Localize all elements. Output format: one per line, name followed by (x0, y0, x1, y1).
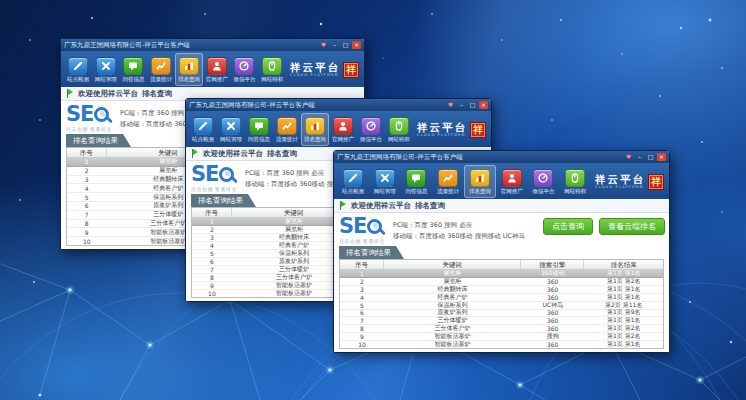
mouse-icon (389, 117, 409, 135)
window-title: 广东九鼎王国网络有限公司-祥云平台客户端 (337, 153, 463, 162)
toolbar-items: 站点检测网站管理问答信息流量统计排名查询官网推广微信平台网站特权 (64, 53, 286, 86)
cell-no: 6 (192, 258, 232, 265)
column-header: 搜索引擎 (521, 260, 585, 269)
cell-no: 7 (67, 211, 107, 218)
skin-icon[interactable]: ♥ (624, 153, 633, 161)
cell-engine: 360移动 (521, 269, 585, 278)
close-button[interactable]: × (657, 153, 666, 161)
maximize-button[interactable]: □ (646, 153, 655, 161)
brand-logo: 祥云平台 CLOUD PLATFORM 祥 (286, 53, 361, 86)
skin-icon[interactable]: ♥ (319, 41, 328, 49)
toolbar-item-rank-query[interactable]: 排名查询 (301, 113, 329, 146)
results-tab[interactable]: 排名查询结果 (66, 134, 131, 147)
column-header: 序号 (340, 260, 384, 269)
cell-no: 7 (340, 317, 384, 324)
cell-no: 8 (192, 274, 232, 281)
cell-rank: 第1页 第1名 (584, 340, 662, 349)
skin-icon[interactable]: ♥ (446, 101, 455, 109)
pencil-icon (343, 169, 363, 187)
cell-no: 3 (192, 234, 232, 241)
query-button[interactable]: 点击查询 (543, 218, 593, 235)
brand-subtitle: CLOUD PLATFORM (595, 185, 645, 189)
toolbar-item-site-check[interactable]: 站点检测 (337, 165, 369, 198)
toolbar-item-site-manage[interactable]: 网站管理 (217, 113, 245, 146)
cell-no: 2 (67, 167, 107, 174)
window-titlebar[interactable]: 广东九鼎王国网络有限公司-祥云平台客户端 ♥ – □ × (61, 39, 364, 51)
magnifier-icon (219, 167, 234, 182)
mouse-icon (565, 169, 585, 187)
toolbar-item-qa-info[interactable]: 问答信息 (401, 165, 433, 198)
pc-engines-line: PC端：百度 360 搜狗 必应 (393, 220, 525, 231)
toolbar-item-label: 官网推广 (206, 76, 228, 83)
line-chart-icon (151, 57, 171, 75)
window-titlebar[interactable]: 广东九鼎王国网络有限公司-祥云平台客户端 ♥ – □ × (334, 151, 669, 163)
cell-no: 8 (340, 325, 384, 332)
toolbar-item-site-check[interactable]: 站点检测 (189, 113, 217, 146)
seo-logo-text: SE (66, 104, 93, 124)
cell-no: 10 (340, 341, 384, 348)
bar-chart-icon (470, 169, 490, 187)
welcome-text: 欢迎使用祥云平台 (351, 201, 411, 211)
minimize-button[interactable]: – (635, 153, 644, 161)
seo-logo-text: SE (191, 164, 218, 184)
toolbar-item-qa-info[interactable]: 问答信息 (245, 113, 273, 146)
cell-engine: 360 (521, 309, 585, 316)
cell-no: 10 (67, 238, 107, 245)
table-row[interactable]: 10智能板活塞炉360第1页 第1名 (340, 341, 663, 348)
cell-no: 6 (340, 309, 384, 316)
toolbar-item-traffic-stats[interactable]: 流量统计 (432, 165, 464, 198)
toolbar-item-label: 流量统计 (150, 76, 172, 83)
toolbar-item-rank-query[interactable]: 排名查询 (464, 165, 496, 198)
seo-tagline: 点击右侧 查看排名 (339, 238, 385, 244)
minimize-button[interactable]: – (330, 41, 339, 49)
cell-engine: UC神马 (521, 301, 585, 310)
toolbar-item-label: 微信平台 (360, 136, 382, 143)
close-button[interactable]: × (352, 41, 361, 49)
cell-no: 9 (192, 282, 232, 289)
results-tab[interactable]: 排名查询结果 (191, 194, 256, 207)
toolbar-items: 站点检测网站管理问答信息流量统计排名查询官网推广微信平台网站特权 (337, 165, 591, 198)
welcome-text: 欢迎使用祥云平台 (78, 89, 138, 99)
minimize-button[interactable]: – (457, 101, 466, 109)
cell-no: 1 (67, 158, 107, 165)
toolbar-item-label: 官网推广 (332, 136, 354, 143)
toolbar-item-label: 问答信息 (248, 136, 270, 143)
tools-icon (221, 117, 241, 135)
toolbar-item-site-priv[interactable]: 网站特权 (559, 165, 591, 198)
window-controls: ♥ – □ × (319, 41, 361, 49)
toolbar-item-site-check[interactable]: 站点检测 (64, 53, 92, 86)
toolbar-item-site-promote[interactable]: 官网推广 (496, 165, 528, 198)
toolbar-item-site-promote[interactable]: 官网推广 (329, 113, 357, 146)
toolbar-item-site-promote[interactable]: 官网推广 (203, 53, 231, 86)
toolbar-item-qa-info[interactable]: 问答信息 (120, 53, 148, 86)
toolbar-item-site-priv[interactable]: 网站特权 (258, 53, 286, 86)
welcome-section: 排名查询 (415, 201, 445, 211)
view-cloud-ranking-button[interactable]: 查看云端排名 (599, 218, 665, 235)
window-controls: ♥ – □ × (446, 101, 488, 109)
toolbar-item-traffic-stats[interactable]: 流量统计 (273, 113, 301, 146)
toolbar-item-site-manage[interactable]: 网站管理 (369, 165, 401, 198)
app-window-front: 广东九鼎王国网络有限公司-祥云平台客户端 ♥ – □ × 站点检测网站管理问答信… (333, 150, 670, 353)
tools-icon (96, 57, 116, 75)
toolbar-item-wechat[interactable]: 微信平台 (528, 165, 560, 198)
seo-logo-text: SE (339, 216, 366, 236)
toolbar-item-wechat[interactable]: 微信平台 (357, 113, 385, 146)
close-button[interactable]: × (479, 101, 488, 109)
window-titlebar[interactable]: 广东九鼎王国网络有限公司-祥云平台客户端 ♥ – □ × (186, 99, 491, 111)
chat-icon (406, 169, 426, 187)
toolbar-item-site-manage[interactable]: 网站管理 (92, 53, 120, 86)
cell-no: 9 (67, 229, 107, 236)
cell-no: 4 (67, 185, 107, 192)
seo-logo: SE 点击右侧 查看排名 (191, 164, 237, 192)
brand-subtitle: CLOUD PLATFORM (290, 73, 340, 77)
line-chart-icon (438, 169, 458, 187)
welcome-section: 排名查询 (267, 149, 297, 159)
maximize-button[interactable]: □ (468, 101, 477, 109)
toolbar-item-traffic-stats[interactable]: 流量统计 (147, 53, 175, 86)
cell-no: 3 (340, 286, 384, 293)
toolbar-item-rank-query[interactable]: 排名查询 (175, 53, 203, 86)
maximize-button[interactable]: □ (341, 41, 350, 49)
toolbar-item-site-priv[interactable]: 网站特权 (385, 113, 413, 146)
toolbar-item-wechat[interactable]: 微信平台 (231, 53, 259, 86)
results-tab[interactable]: 排名查询结果 (339, 246, 404, 259)
